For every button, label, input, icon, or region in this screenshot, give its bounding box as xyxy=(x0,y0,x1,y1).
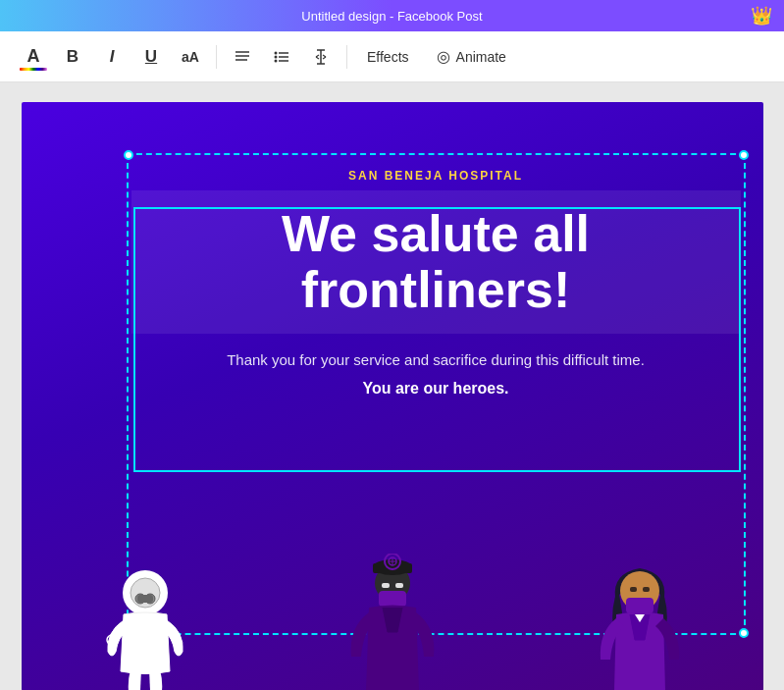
font-color-underline xyxy=(20,68,47,71)
svg-rect-35 xyxy=(630,587,637,592)
animate-label: Animate xyxy=(456,49,506,65)
subtext: Thank you for your service and sacrifice… xyxy=(187,334,684,380)
bold-button[interactable]: B xyxy=(55,39,90,75)
font-color-button[interactable]: A xyxy=(16,39,51,75)
toolbar: A B I U aA xyxy=(0,31,784,82)
underline-label: U xyxy=(145,47,157,67)
figure-nurse-right xyxy=(561,554,718,690)
svg-point-3 xyxy=(275,51,278,54)
align-button[interactable] xyxy=(225,39,260,75)
underline-button[interactable]: U xyxy=(133,39,169,75)
title-bar-text: Untitled design - Facebook Post xyxy=(301,9,482,24)
crown-icon: 👑 xyxy=(751,5,772,27)
font-color-label: A xyxy=(27,46,40,67)
list-icon xyxy=(273,48,290,66)
design-card: SAN BENEJA HOSPITAL We salute all frontl… xyxy=(22,102,763,690)
content-container: SAN BENEJA HOSPITAL We salute all frontl… xyxy=(127,153,746,409)
effects-label: Effects xyxy=(367,49,409,65)
svg-rect-31 xyxy=(382,583,390,588)
effects-button[interactable]: Effects xyxy=(355,43,421,71)
svg-rect-32 xyxy=(395,583,403,588)
spacing-icon xyxy=(312,48,330,66)
svg-rect-36 xyxy=(643,587,650,592)
hospital-name: SAN BENEJA HOSPITAL xyxy=(127,153,746,190)
hazmat-figure-svg xyxy=(67,554,224,690)
toolbar-divider-2 xyxy=(346,45,347,69)
svg-rect-30 xyxy=(379,591,406,607)
right-figure-svg xyxy=(561,554,718,690)
headline: We salute all frontliners! xyxy=(151,206,721,318)
italic-button[interactable]: I xyxy=(94,39,130,75)
bold-label: B xyxy=(67,47,78,67)
canvas-area[interactable]: SAN BENEJA HOSPITAL We salute all frontl… xyxy=(0,82,784,690)
heroes-text: You are our heroes. xyxy=(362,380,508,409)
animate-button[interactable]: ◎ Animate xyxy=(425,41,518,72)
svg-line-13 xyxy=(316,57,319,59)
italic-label: I xyxy=(110,47,115,67)
align-icon xyxy=(234,48,251,66)
figure-hazmat xyxy=(67,554,224,690)
list-button[interactable] xyxy=(264,39,299,75)
spacing-button[interactable] xyxy=(303,39,339,75)
animate-icon: ◎ xyxy=(437,47,450,66)
font-size-button[interactable]: aA xyxy=(173,39,208,75)
svg-rect-34 xyxy=(626,598,653,613)
center-figure-svg xyxy=(314,554,471,690)
svg-rect-20 xyxy=(137,595,153,603)
aa-label: aA xyxy=(182,49,199,65)
svg-point-17 xyxy=(131,578,160,608)
figures-container xyxy=(22,544,763,690)
headline-box: We salute all frontliners! xyxy=(131,190,741,334)
svg-point-7 xyxy=(275,59,278,62)
figure-doctor-center xyxy=(314,554,471,690)
title-bar: Untitled design - Facebook Post 👑 xyxy=(0,0,784,31)
toolbar-divider-1 xyxy=(216,45,217,69)
svg-point-5 xyxy=(275,55,278,58)
svg-line-15 xyxy=(323,57,326,59)
